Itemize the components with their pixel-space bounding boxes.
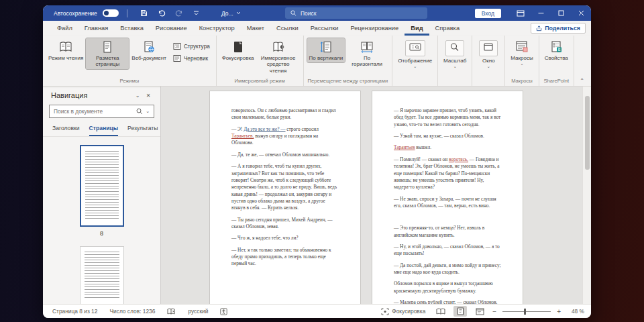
focus-icon (231, 40, 245, 54)
draft-view-button[interactable]: Черновик (173, 54, 210, 62)
page-indicator[interactable]: Страница 8 из 12 (52, 308, 97, 315)
document-search-input[interactable] (54, 108, 133, 115)
properties-button[interactable]: S Свойства (543, 38, 570, 62)
autosave-toggle[interactable] (103, 9, 119, 17)
accessibility-checker-button[interactable] (220, 308, 227, 315)
svg-text:S: S (558, 48, 561, 52)
accessibility-icon (220, 308, 227, 315)
nav-tab-headings[interactable]: Заголовки (52, 125, 80, 136)
thumbnail-page-number: 8 (100, 230, 103, 237)
group-macros: Макросы ⌄ Макросы (505, 36, 539, 86)
zoom-icon-box (445, 40, 464, 56)
autosave-label: Автосохранение (54, 10, 97, 17)
page-thumbnail-8[interactable] (80, 145, 124, 227)
word-count[interactable]: Число слов: 1236 (109, 308, 155, 315)
tab-home[interactable]: Главная (78, 21, 114, 36)
nav-tab-pages[interactable]: Страницы (89, 125, 119, 136)
window-icon-box (479, 40, 498, 56)
immersive-reader-button[interactable]: Иммерсивное средство чтения (257, 38, 300, 75)
tab-layout[interactable]: Макет (241, 21, 270, 36)
tab-design[interactable]: Конструктор (193, 21, 241, 36)
macros-icon (515, 40, 529, 54)
ribbon-display-options-button[interactable] (511, 5, 531, 21)
zoom-slider[interactable] (502, 311, 551, 312)
tab-review[interactable]: Рецензирование (344, 21, 405, 36)
tab-insert[interactable]: Вставка (114, 21, 150, 36)
scrollbar-thumb[interactable] (585, 96, 590, 170)
group-label-sharepoint: SharePoint (539, 77, 574, 86)
document-page-9[interactable]: — Я нарочно заранее пришел, чтоб узнать,… (372, 91, 523, 304)
save-button[interactable] (136, 7, 153, 19)
zoom-dropdown-button[interactable]: Масштаб ⌄ (441, 38, 468, 69)
collapse-ribbon-button[interactable]: ⌃ (580, 78, 584, 84)
read-mode-view-button[interactable] (434, 306, 447, 317)
document-search-box[interactable]: ⌄ (49, 105, 154, 118)
chevron-down-icon (236, 11, 241, 15)
zoom-percentage[interactable]: 48 % (567, 308, 584, 315)
vertical-button[interactable]: По вертикали (307, 38, 345, 62)
tab-references[interactable]: Ссылки (270, 21, 305, 36)
save-icon (140, 9, 148, 17)
read-mode-button[interactable]: Режим чтения (46, 38, 85, 62)
outline-view-button[interactable]: Структура (173, 42, 210, 50)
zoom-in-button[interactable]: + (557, 308, 561, 315)
web-layout-button[interactable]: Веб-документ (129, 38, 168, 62)
read-mode-view-icon (436, 308, 445, 315)
group-label-show (392, 77, 437, 86)
page-thumbnails-list: 8 (43, 137, 160, 304)
paragraph: — Не знаю, спроси у Захара, — почти не с… (394, 196, 501, 210)
window-dropdown-button[interactable]: Окно ⌄ (476, 38, 501, 69)
group-show: Отображение ⌄ (392, 36, 438, 86)
paragraph: — А я говорил тебе, чтоб ты купил других… (231, 163, 339, 212)
share-button[interactable]: Поделиться (531, 23, 586, 34)
chevron-down-icon: ⌄ (520, 62, 523, 65)
tab-draw[interactable]: Рисование (150, 21, 193, 36)
minimize-button[interactable] (531, 5, 551, 21)
search-icon (290, 10, 297, 16)
paragraph: Тарантьев вышел. (394, 144, 501, 151)
macros-button[interactable]: Макросы ⌄ (508, 38, 535, 66)
paragraph: — Узнай там, на кухне, — сказал Обломов. (394, 133, 501, 140)
close-pane-icon[interactable]: ✕ (143, 93, 154, 99)
pane-options-chevron-icon[interactable]: ⌄ (132, 93, 143, 99)
tab-view[interactable]: Вид (405, 21, 429, 36)
vertical-scrollbar[interactable] (582, 87, 591, 304)
language-indicator[interactable]: русский (188, 308, 208, 315)
search-box[interactable]: Поиск (285, 7, 427, 19)
tab-help[interactable]: Справка (429, 21, 466, 36)
tab-mailings[interactable]: Рассылки (305, 21, 345, 36)
horizontal-button[interactable]: По горизонтали (345, 38, 388, 69)
navigation-pane-title: Навигация (51, 91, 132, 99)
focus-button[interactable]: Фокусировка (220, 38, 256, 62)
group-label-window (472, 77, 504, 86)
focus-mode-button[interactable]: Фокусировка (381, 308, 425, 315)
nav-tab-results[interactable]: Результаты (127, 125, 158, 136)
tab-file[interactable]: Файл (51, 21, 78, 36)
print-layout-icon (101, 40, 114, 54)
customize-toolbar-icon (193, 10, 199, 16)
document-title[interactable]: До... (221, 5, 241, 21)
signin-button[interactable]: Вход (475, 9, 501, 18)
zoom-label: Масштаб (443, 58, 466, 64)
read-mode-label: Режим чтения (48, 55, 83, 61)
print-layout-label: Разметка страницы (88, 55, 127, 68)
search-placeholder: Поиск (301, 10, 317, 17)
search-options-chevron-icon[interactable]: ⌄ (146, 109, 150, 114)
page-thumbnail-9[interactable] (80, 246, 124, 304)
proofing-status-button[interactable] (167, 308, 176, 315)
customize-quick-access-button[interactable] (188, 7, 205, 19)
group-zoom: Масштаб ⌄ (438, 36, 472, 86)
paragraph: — Нет, я так только заметил; ты обыкнове… (231, 247, 339, 268)
zoom-slider-thumb[interactable] (524, 309, 526, 315)
document-page-8[interactable]: говорилось. Он с любовью рассматривал и … (209, 91, 361, 304)
maximize-button[interactable] (551, 5, 571, 21)
zoom-out-button[interactable]: − (492, 308, 496, 315)
properties-icon: S (549, 40, 563, 54)
show-dropdown-button[interactable]: Отображение ⌄ (396, 38, 434, 69)
print-layout-button[interactable]: Разметка страницы (86, 38, 129, 69)
close-button[interactable] (571, 5, 591, 21)
web-layout-view-button[interactable] (473, 306, 486, 317)
redo-button[interactable] (170, 7, 188, 19)
undo-button[interactable] (153, 7, 170, 19)
print-layout-view-button[interactable] (453, 306, 467, 317)
